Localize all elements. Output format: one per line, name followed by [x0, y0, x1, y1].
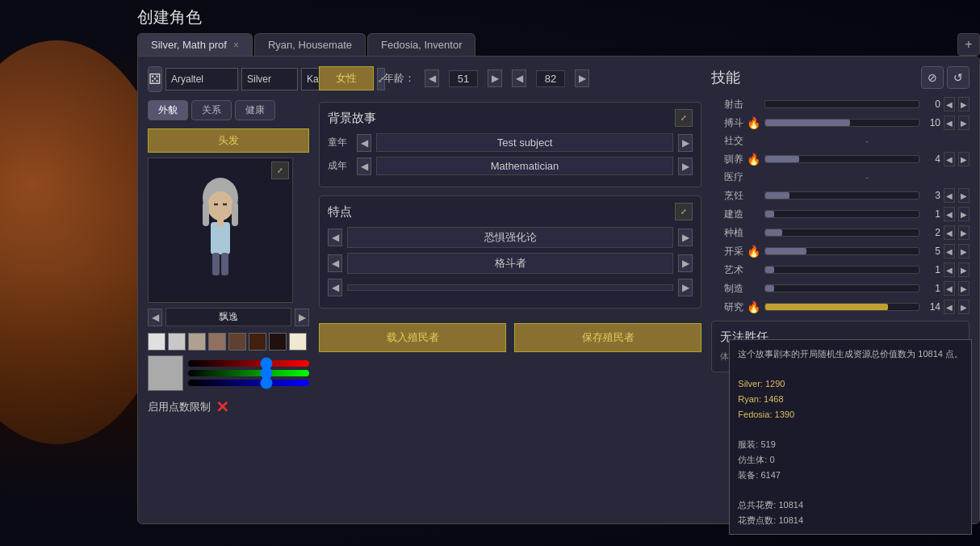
traits-expand-button[interactable]: ⤢	[675, 203, 693, 220]
adult-value: Mathematician	[376, 157, 673, 175]
skill-next-11[interactable]: ▶	[958, 300, 970, 314]
skills-header: 技能 ⊘ ↺	[711, 66, 970, 89]
trait-3-prev[interactable]: ◀	[328, 279, 342, 296]
skill-next-5[interactable]: ▶	[958, 188, 970, 203]
adult-row: 成年 ◀ Mathematician ▶	[328, 157, 693, 175]
skill-prev-3[interactable]: ◀	[944, 152, 955, 166]
dice-button[interactable]: ⚄	[148, 66, 162, 92]
tab-fedosia[interactable]: Fedosia, Inventor	[367, 33, 475, 56]
subtab-health[interactable]: 健康	[235, 100, 275, 120]
skill-prev-5[interactable]: ◀	[944, 188, 955, 203]
skill-next-6[interactable]: ▶	[958, 207, 970, 221]
trait-2-row: ◀ 格斗者 ▶	[328, 253, 693, 274]
age-min-next[interactable]: ▶	[488, 69, 502, 87]
skill-val-2: -	[764, 136, 970, 147]
info-tooltip: 这个故事剧本的开局随机生成资源总价值数为 10814 点。 Silver: 12…	[729, 339, 972, 535]
skill-next-8[interactable]: ▶	[958, 244, 970, 258]
skill-next-3[interactable]: ▶	[958, 152, 970, 166]
skill-val-1: 10	[923, 117, 940, 128]
age-max-val: 82	[536, 70, 565, 87]
skill-bar-8	[764, 247, 919, 255]
style-next-button[interactable]: ▶	[295, 309, 309, 326]
color-swatch-1[interactable]	[168, 333, 186, 351]
red-slider[interactable]	[188, 360, 309, 367]
color-swatch-2[interactable]	[188, 333, 206, 351]
skill-prev-0[interactable]: ◀	[944, 97, 955, 111]
skill-bar-1	[764, 119, 919, 127]
point-limit-x-mark[interactable]: ✕	[216, 397, 229, 417]
skill-next-7[interactable]: ▶	[958, 225, 970, 240]
trait-1-next[interactable]: ▶	[678, 229, 693, 246]
skill-prev-6[interactable]: ◀	[944, 207, 955, 221]
age-max-prev[interactable]: ◀	[512, 69, 526, 87]
skill-next-1[interactable]: ▶	[958, 116, 970, 130]
color-swatch-6[interactable]	[269, 333, 287, 351]
skill-prev-10[interactable]: ◀	[944, 281, 955, 296]
skill-row-11: 研究🔥14◀▶	[711, 300, 970, 314]
hair-button[interactable]: 头发	[148, 128, 309, 153]
skill-val-4: -	[764, 172, 970, 183]
load-colonist-button[interactable]: 载入殖民者	[319, 323, 506, 352]
skill-prev-9[interactable]: ◀	[944, 262, 955, 277]
tooltip-silver: Silver: 1290	[738, 376, 963, 392]
trait-2-prev[interactable]: ◀	[328, 254, 342, 272]
childhood-row: 童年 ◀ Test subject ▶	[328, 133, 693, 152]
skill-name-3: 驯养	[711, 153, 743, 166]
tab-silver[interactable]: Silver, Math prof ×	[137, 33, 253, 56]
color-swatches	[148, 333, 309, 351]
trait-2-value: 格斗者	[347, 253, 673, 274]
tooltip-total: 总共花费: 10814	[738, 498, 963, 513]
skill-prev-11[interactable]: ◀	[944, 300, 955, 314]
svg-rect-5	[232, 202, 238, 226]
save-colonist-button[interactable]: 保存殖民者	[514, 323, 701, 352]
adult-next[interactable]: ▶	[678, 158, 693, 175]
skill-name-4: 医疗	[711, 170, 743, 184]
skill-row-3: 驯养🔥4◀▶	[711, 152, 970, 166]
skill-fire-6	[747, 208, 761, 220]
skill-fire-9	[747, 263, 761, 276]
color-swatch-0[interactable]	[148, 333, 165, 351]
age-min-prev[interactable]: ◀	[425, 69, 439, 87]
style-prev-button[interactable]: ◀	[148, 309, 162, 326]
trait-2-next[interactable]: ▶	[678, 254, 693, 272]
childhood-next[interactable]: ▶	[678, 134, 693, 152]
age-max-next[interactable]: ▶	[575, 69, 589, 87]
color-swatch-3[interactable]	[208, 333, 226, 351]
middle-name-input[interactable]	[241, 68, 298, 90]
skill-prev-7[interactable]: ◀	[944, 225, 955, 240]
preview-expand-button[interactable]: ⤢	[271, 162, 289, 179]
skill-next-10[interactable]: ▶	[958, 281, 970, 296]
page-title: 创建角色	[137, 0, 980, 33]
tab-ryan[interactable]: Ryan, Housemate	[254, 33, 366, 56]
skill-bar-5	[764, 191, 919, 200]
tab-silver-close[interactable]: ×	[233, 40, 239, 51]
skill-val-9: 1	[923, 264, 940, 275]
gender-button[interactable]: 女性	[319, 66, 374, 90]
color-swatch-7[interactable]	[289, 333, 307, 351]
skill-val-6: 1	[923, 208, 940, 220]
skills-refresh-button[interactable]: ↺	[947, 66, 970, 89]
skill-next-0[interactable]: ▶	[958, 97, 970, 111]
tooltip-clothes: 服装: 519	[738, 437, 963, 452]
color-swatch-5[interactable]	[249, 333, 266, 351]
color-swatch-4[interactable]	[228, 333, 246, 351]
skill-prev-8[interactable]: ◀	[944, 244, 955, 258]
trait-3-next[interactable]: ▶	[678, 279, 693, 296]
trait-1-prev[interactable]: ◀	[328, 229, 342, 246]
subtab-appearance[interactable]: 外貌	[148, 100, 188, 120]
skill-fire-8: 🔥	[747, 245, 761, 258]
skills-reset-button[interactable]: ⊘	[921, 66, 944, 89]
adult-prev[interactable]: ◀	[357, 158, 371, 175]
subtab-relations[interactable]: 关系	[191, 100, 232, 120]
backstory-expand-button[interactable]: ⤢	[675, 109, 693, 127]
color-preview	[148, 355, 183, 391]
trait-1-value: 恐惧强化论	[347, 227, 673, 248]
green-slider[interactable]	[188, 370, 309, 376]
blue-slider[interactable]	[188, 380, 309, 386]
skill-next-9[interactable]: ▶	[958, 262, 970, 277]
skill-val-5: 3	[923, 190, 940, 201]
tab-add-button[interactable]: +	[957, 33, 980, 56]
skill-prev-1[interactable]: ◀	[944, 116, 955, 130]
first-name-input[interactable]	[165, 68, 238, 90]
childhood-prev[interactable]: ◀	[357, 134, 371, 152]
